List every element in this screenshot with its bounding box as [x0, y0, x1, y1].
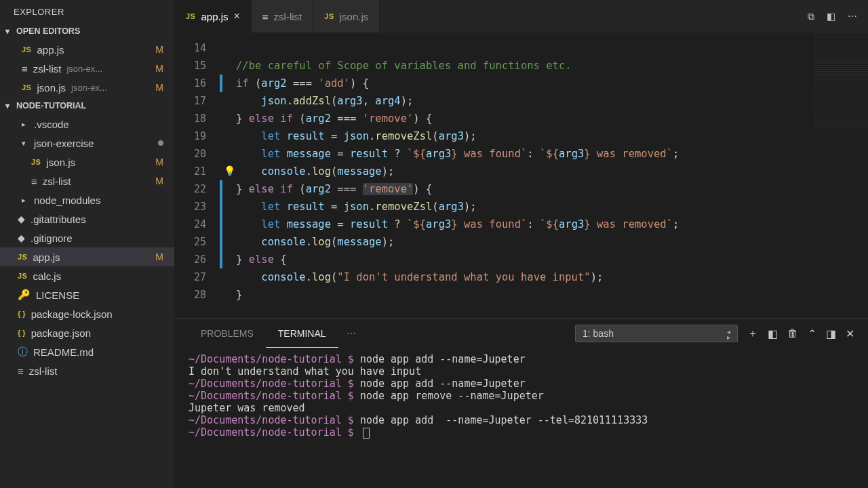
problems-tab[interactable]: PROBLEMS: [189, 319, 266, 348]
more-icon[interactable]: ⋯: [848, 11, 857, 22]
file-item[interactable]: 🔑LICENSE: [0, 285, 174, 304]
open-editors-list: JSapp.jsM≡zsl-listjson-ex...MJSjson.jsjs…: [0, 39, 174, 98]
file-item[interactable]: ≡zsl-listM: [0, 171, 174, 190]
close-panel-icon[interactable]: ✕: [846, 327, 854, 340]
chevron-up-icon[interactable]: ⌃: [808, 327, 816, 340]
file-item[interactable]: JSjson.jsM: [0, 152, 174, 171]
lightbulb-icon[interactable]: 💡: [224, 165, 235, 176]
project-header[interactable]: ▾ NODE-TUTORIAL: [0, 98, 174, 113]
code-editor[interactable]: 141516171819202122232425262728 💡 //be ca…: [175, 33, 868, 319]
trash-icon[interactable]: 🗑: [787, 327, 798, 340]
bottom-panel: PROBLEMS TERMINAL ⋯ 1: bash ＋ ◧ 🗑 ⌃ ◨ ✕ …: [175, 319, 868, 488]
file-item[interactable]: ◆.gitattributes: [0, 209, 174, 228]
file-item[interactable]: ⓘREADME.md: [0, 342, 174, 361]
file-item[interactable]: ◆.gitignore: [0, 228, 174, 247]
chevron-down-icon: ▾: [5, 101, 14, 110]
file-item[interactable]: JSapp.jsM: [0, 247, 174, 266]
close-tab-icon[interactable]: ×: [234, 10, 240, 22]
explorer-sidebar: EXPLORER ▾ OPEN EDITORS JSapp.jsM≡zsl-li…: [0, 0, 175, 488]
file-item[interactable]: ≡zsl-list: [0, 361, 174, 380]
folder-item[interactable]: ▾json-exercise: [0, 134, 174, 152]
file-item[interactable]: JScalc.js: [0, 266, 174, 285]
folder-item[interactable]: ▸.vscode: [0, 115, 174, 134]
tab-bar: JSapp.js×≡zsl-listJSjson.js ⧉ ◧ ⋯: [175, 0, 868, 33]
tabbar-actions: ⧉ ◧ ⋯: [797, 0, 868, 33]
terminal-tab[interactable]: TERMINAL: [266, 319, 338, 348]
line-gutter: 141516171819202122232425262728: [175, 33, 222, 319]
split-terminal-icon[interactable]: ◧: [768, 327, 778, 340]
new-terminal-icon[interactable]: ＋: [747, 327, 758, 341]
open-editor-item[interactable]: JSapp.jsM: [0, 40, 174, 59]
editor-tab[interactable]: ≡zsl-list: [252, 0, 313, 33]
split-editor-icon[interactable]: ◧: [827, 11, 835, 22]
terminal-select[interactable]: 1: bash: [575, 325, 738, 342]
maximize-panel-icon[interactable]: ◨: [826, 327, 836, 340]
file-tree: ▸.vscode▾json-exerciseJSjson.jsM≡zsl-lis…: [0, 113, 174, 382]
minimap[interactable]: [814, 33, 868, 127]
chevron-down-icon: ▾: [5, 26, 14, 36]
terminal-body[interactable]: ~/Documents/node-tutorial $ node app add…: [175, 348, 868, 488]
open-editors-header[interactable]: ▾ OPEN EDITORS: [0, 24, 174, 39]
folder-item[interactable]: ▸node_modules: [0, 190, 174, 209]
open-editor-item[interactable]: JSjson.jsjson-ex...M: [0, 78, 174, 97]
editor-tab[interactable]: JSapp.js×: [175, 0, 252, 33]
explorer-title: EXPLORER: [0, 0, 174, 24]
file-item[interactable]: { }package-lock.json: [0, 304, 174, 323]
file-item[interactable]: { }package.json: [0, 323, 174, 342]
open-changes-icon[interactable]: ⧉: [808, 11, 814, 22]
panel-more-icon[interactable]: ⋯: [338, 328, 364, 339]
editor-tab[interactable]: JSjson.js: [313, 0, 380, 33]
open-editor-item[interactable]: ≡zsl-listjson-ex...M: [0, 59, 174, 78]
code-body[interactable]: //be careful of Scope of variables and f…: [222, 33, 868, 319]
